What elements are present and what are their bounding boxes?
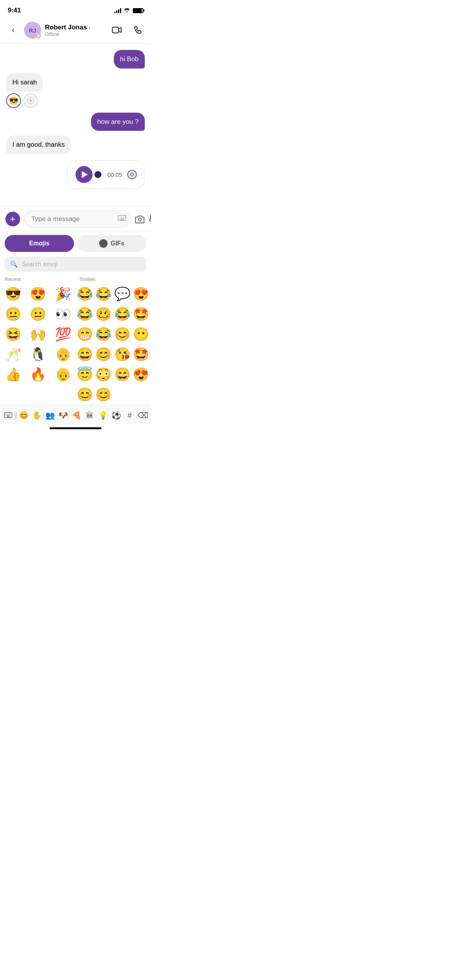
emoji-item[interactable]: 🔥 [26,364,50,384]
svg-rect-21 [7,417,10,418]
emoji-item[interactable]: 🤩 [132,304,150,324]
emoji-item[interactable]: 😄 [76,344,94,364]
keyboard-category-button[interactable] [2,409,15,422]
svg-point-16 [7,414,8,415]
svg-point-15 [5,414,6,415]
add-reaction-button[interactable] [23,93,38,108]
received-bubble: I am good, thanks [6,135,71,154]
emoji-item[interactable]: 😊 [94,344,113,364]
emoji-item[interactable]: 🥂 [1,344,26,364]
message-input[interactable] [24,211,131,228]
emoji-tab-gifs-label: GIFs [111,240,125,247]
emoji-item[interactable]: 🐧 [26,344,50,364]
home-indicator [0,424,151,431]
avatar-container: RJ ✕ [24,22,41,39]
wifi-icon [124,7,130,14]
emoji-tab-emojis[interactable]: Emojis [5,235,74,252]
emoji-item[interactable]: 😂 [76,304,94,324]
emoji-item[interactable]: 😘 [113,344,132,364]
emoji-item[interactable]: 😊 [94,384,113,404]
camera-button[interactable] [135,212,145,226]
contact-name: Robert Jonas › [45,24,110,31]
emoji-item[interactable]: 😍 [132,284,150,304]
emoji-item[interactable]: 👴 [51,344,76,364]
sent-bubble: how are you ? [91,113,145,131]
emoji-item[interactable]: 👀 [51,304,76,324]
phone-call-button[interactable] [131,23,145,37]
received-bubble: Hi sarah [6,73,43,92]
emoji-item[interactable]: 😂 [94,284,113,304]
play-icon [82,171,88,178]
emoji-item[interactable]: 😄 [113,364,132,384]
emoji-picker: Emojis GIFs 🔍 Search emoji Recent 😎 😍 🎉 … [0,231,151,424]
emoji-grid-area: Recent 😎 😍 🎉 😐 😐 👀 😆 🙌 💯 🥂 🐧 👴 👍 🔥 [0,276,151,404]
svg-point-19 [5,415,6,416]
emoji-item[interactable]: 😍 [26,284,50,304]
smilies-emoji-grid: 😂 😂 💬 😍 😂 🥴 😂 🤩 😁 😂 😊 😶 😄 😊 😘 🤩 [76,284,150,404]
message-input-wrapper [24,211,131,228]
status-bar: 9:41 [0,0,151,19]
microphone-button[interactable] [149,212,151,226]
reactions-row: 😎 [6,93,145,108]
sports-category-button[interactable]: ⚽ [110,409,123,422]
buildings-category-button[interactable]: 🏛 [83,409,96,422]
smilies-label: Smilies [76,276,150,284]
emoji-item[interactable]: 😐 [1,304,26,324]
emoji-item[interactable]: 😐 [26,304,50,324]
keyboard-toggle-icon[interactable] [118,215,126,223]
smiley-category-button[interactable]: 😊 [17,409,30,422]
back-button[interactable]: ‹ [6,23,20,37]
emoji-tab-gifs[interactable]: GIFs [77,235,146,252]
contact-info[interactable]: Robert Jonas › Offline [45,24,110,37]
emoji-item[interactable]: 😎 [1,284,26,304]
emoji-item[interactable]: 🙌 [26,324,50,344]
signal-icon [114,8,121,13]
reaction-emoji-button[interactable]: 😎 [6,93,21,108]
message-row: hi Bob [6,50,145,69]
emoji-item[interactable]: 😶 [132,324,150,344]
emoji-item[interactable]: 🥴 [94,304,113,324]
message-row: Hi sarah [6,73,145,92]
gesture-category-button[interactable]: ✋ [31,409,44,422]
objects-category-button[interactable]: 💡 [96,409,110,422]
animals-category-button[interactable]: 🐶 [57,409,70,422]
emoji-item[interactable]: 😂 [76,284,94,304]
emoji-item[interactable]: 🤩 [132,344,150,364]
contact-status: Offline [45,31,110,37]
audio-duration: 00:05 [107,171,122,178]
emoji-item[interactable]: 😂 [94,324,113,344]
emoji-item[interactable]: 🎉 [51,284,76,304]
emoji-item[interactable]: 👍 [1,364,26,384]
emoji-item[interactable]: 💯 [51,324,76,344]
emoji-item[interactable]: 😁 [76,324,94,344]
emoji-search-placeholder: Search emoji [22,261,58,268]
delete-button[interactable]: ⌫ [136,409,149,422]
emoji-item[interactable]: 😇 [76,364,94,384]
emoji-item[interactable]: 💬 [113,284,132,304]
video-call-button[interactable] [110,23,124,37]
smilies-emojis-section: Smilies 😂 😂 💬 😍 😂 🥴 😂 🤩 😁 😂 😊 😶 😄 😊 [76,276,150,404]
message-row: how are you ? [6,113,145,131]
home-bar [50,427,101,429]
people-category-button[interactable]: 👥 [44,409,57,422]
symbols-category-button[interactable]: # [123,409,136,422]
emoji-item[interactable]: 😳 [94,364,113,384]
emoji-item[interactable]: 😆 [1,324,26,344]
food-category-button[interactable]: 🍕 [70,409,83,422]
audio-play-button[interactable] [76,166,93,183]
sent-bubble: hi Bob [114,50,145,69]
back-arrow-icon: ‹ [12,25,14,35]
gif-dot-icon [99,239,108,248]
emoji-item[interactable]: 👴 [51,364,76,384]
emoji-item[interactable]: 😊 [76,384,94,404]
emoji-item[interactable]: 😊 [113,324,132,344]
header-actions [110,23,145,37]
add-button[interactable]: + [5,212,20,226]
emoji-item[interactable]: 😂 [113,304,132,324]
emoji-item[interactable]: 😍 [132,364,150,384]
audio-bubble: 00:05 [67,160,145,189]
svg-rect-11 [151,214,151,220]
emoji-search-bar[interactable]: 🔍 Search emoji [5,257,146,272]
status-badge: ✕ [36,33,41,39]
svg-point-18 [10,414,10,415]
